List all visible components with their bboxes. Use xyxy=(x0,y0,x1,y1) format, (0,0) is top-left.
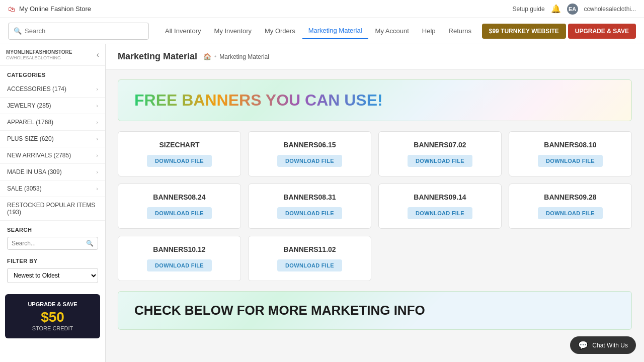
upgrade-banner[interactable]: UPGRADE & SAVE $50 STORE CREDIT xyxy=(5,294,100,338)
bottom-promo-banner: CHECK BELOW FOR MORE MARKETING INFO xyxy=(118,291,632,330)
banner-card-0928: BANNERS09.28 DOWNLOAD FILE xyxy=(509,184,632,229)
upgrade-banner-amount: $50 xyxy=(10,309,95,325)
banner-card-1012: BANNERS10.12 DOWNLOAD FILE xyxy=(118,236,241,281)
category-new-arrivals-label: NEW ARRIVALS (2785) xyxy=(7,152,71,159)
nav-returns[interactable]: Returns xyxy=(443,23,478,39)
categories-section-title: CATEGORIES xyxy=(0,66,105,81)
banner-card-title: BANNERS11.02 xyxy=(257,245,363,253)
search-box[interactable]: 🔍 xyxy=(8,23,149,40)
content-area: FREE BANNERS YOU CAN USE! SIZECHART DOWN… xyxy=(106,69,644,340)
banner-card-0831: BANNERS08.31 DOWNLOAD FILE xyxy=(248,184,371,229)
chevron-right-icon: › xyxy=(96,186,98,192)
nav-bar: 🔍 All Inventory My Inventory My Orders M… xyxy=(0,18,644,44)
banner-card-title: BANNERS09.14 xyxy=(387,193,493,201)
category-jewelry-label: JEWELRY (285) xyxy=(7,102,51,109)
download-button-0810[interactable]: DOWNLOAD FILE xyxy=(538,155,603,167)
chat-icon: 💬 xyxy=(578,340,588,350)
banner-card-title: BANNERS09.28 xyxy=(517,193,623,201)
chevron-right-icon: › xyxy=(96,169,98,175)
main-content: Marketing Material 🏠 • Marketing Materia… xyxy=(106,44,644,362)
category-sale[interactable]: SALE (3053) › xyxy=(0,180,105,197)
category-sale-label: SALE (3053) xyxy=(7,185,42,192)
banner-card-title: BANNERS08.24 xyxy=(126,193,232,201)
upgrade-save-button[interactable]: UPGRADE & SAVE xyxy=(568,24,636,39)
account-label: ccwholesaleclothi... xyxy=(584,6,636,13)
upgrade-banner-title: UPGRADE & SAVE xyxy=(10,301,95,307)
store-name-bar: 🛍 My Online Fashion Store xyxy=(8,5,91,13)
download-button-0824[interactable]: DOWNLOAD FILE xyxy=(147,207,212,219)
banner-card-title: BANNERS07.02 xyxy=(387,141,493,149)
free-banners-text: FREE BANNERS YOU CAN USE! xyxy=(134,91,383,110)
banner-grid: SIZECHART DOWNLOAD FILE BANNERS06.15 DOW… xyxy=(118,131,632,281)
notifications-bell[interactable]: 🔔 xyxy=(551,4,561,14)
filter-select[interactable]: Newest to Oldest Oldest to Newest Price:… xyxy=(7,268,98,283)
download-button-0928[interactable]: DOWNLOAD FILE xyxy=(538,207,603,219)
download-button-1012[interactable]: DOWNLOAD FILE xyxy=(147,259,212,272)
download-button-0702[interactable]: DOWNLOAD FILE xyxy=(408,155,472,167)
nav-links: All Inventory My Inventory My Orders Mar… xyxy=(159,23,477,39)
category-plus-size[interactable]: PLUS SIZE (620) › xyxy=(0,131,105,147)
sidebar-search-input[interactable] xyxy=(12,240,84,247)
banner-card-sizechart: SIZECHART DOWNLOAD FILE xyxy=(118,131,241,176)
upgrade-banner-label: STORE CREDIT xyxy=(10,325,95,331)
download-button-sizechart[interactable]: DOWNLOAD FILE xyxy=(147,155,212,167)
nav-my-orders[interactable]: My Orders xyxy=(259,23,301,39)
layout: MYONLINEFASHIONSTORE CWHOLESALECLOTHING … xyxy=(0,44,644,362)
download-button-0615[interactable]: DOWNLOAD FILE xyxy=(277,155,342,167)
breadcrumb-bar: Marketing Material 🏠 • Marketing Materia… xyxy=(106,44,644,69)
nav-help[interactable]: Help xyxy=(416,23,442,39)
sidebar-search-box[interactable]: 🔍 xyxy=(7,237,98,250)
chat-widget[interactable]: 💬 Chat With Us xyxy=(570,336,636,354)
banner-card-title: BANNERS06.15 xyxy=(257,141,363,149)
category-new-arrivals[interactable]: NEW ARRIVALS (2785) › xyxy=(0,147,105,164)
search-section-title: SEARCH xyxy=(7,227,98,233)
sidebar-toggle[interactable]: ‹ xyxy=(97,50,99,59)
search-icon: 🔍 xyxy=(14,27,22,35)
category-plus-size-label: PLUS SIZE (620) xyxy=(7,135,54,142)
breadcrumb-separator: • xyxy=(214,53,216,60)
banner-card-0914: BANNERS09.14 DOWNLOAD FILE xyxy=(378,184,502,229)
category-apparel[interactable]: APPAREL (1768) › xyxy=(0,114,105,131)
banner-card-0810: BANNERS08.10 DOWNLOAD FILE xyxy=(509,131,632,176)
sidebar-logo: MYONLINEFASHIONSTORE CWHOLESALECLOTHING … xyxy=(0,44,105,66)
download-button-0831[interactable]: DOWNLOAD FILE xyxy=(277,207,342,219)
banner-card-0615: BANNERS06.15 DOWNLOAD FILE xyxy=(248,131,371,176)
chevron-right-icon: › xyxy=(96,119,98,125)
top-bar: 🛍 My Online Fashion Store Setup guide 🔔 … xyxy=(0,0,644,18)
nav-marketing-material[interactable]: Marketing Material xyxy=(302,23,368,39)
category-accessories-label: ACCESSORIES (174) xyxy=(7,85,66,93)
nav-my-inventory[interactable]: My Inventory xyxy=(208,23,258,39)
banner-card-0824: BANNERS08.24 DOWNLOAD FILE xyxy=(118,184,241,229)
chevron-right-icon: › xyxy=(96,103,98,109)
nav-my-account[interactable]: My Account xyxy=(369,23,415,39)
banner-card-title: BANNERS08.10 xyxy=(517,141,623,149)
download-button-1102[interactable]: DOWNLOAD FILE xyxy=(277,259,342,272)
store-name-label: My Online Fashion Store xyxy=(19,5,91,13)
logo-line1: MYONLINEFASHIONSTORE xyxy=(6,49,72,55)
banner-card-1102: BANNERS11.02 DOWNLOAD FILE xyxy=(248,236,371,281)
category-jewelry[interactable]: JEWELRY (285) › xyxy=(0,98,105,114)
filter-section: FILTER BY Newest to Oldest Oldest to New… xyxy=(0,253,105,288)
turnkey-button[interactable]: $99 TURNKEY WEBSITE xyxy=(482,24,566,39)
sidebar-search-icon[interactable]: 🔍 xyxy=(86,240,94,247)
breadcrumb-current: Marketing Material xyxy=(219,53,269,60)
banner-card-0702: BANNERS07.02 DOWNLOAD FILE xyxy=(378,131,502,176)
category-made-in-usa[interactable]: MADE IN USA (309) › xyxy=(0,164,105,180)
sidebar: MYONLINEFASHIONSTORE CWHOLESALECLOTHING … xyxy=(0,44,106,362)
logo-text: MYONLINEFASHIONSTORE CWHOLESALECLOTHING xyxy=(6,49,72,60)
search-input[interactable] xyxy=(25,27,143,35)
setup-guide-link[interactable]: Setup guide xyxy=(513,6,545,13)
category-apparel-label: APPAREL (1768) xyxy=(7,119,53,126)
download-button-0914[interactable]: DOWNLOAD FILE xyxy=(408,207,472,219)
chevron-right-icon: › xyxy=(96,86,98,92)
category-accessories[interactable]: ACCESSORIES (174) › xyxy=(0,81,105,98)
logo-line2: CWHOLESALECLOTHING xyxy=(6,55,72,60)
chevron-right-icon: › xyxy=(96,152,98,158)
banner-card-title: SIZECHART xyxy=(126,141,232,149)
avatar[interactable]: EA xyxy=(567,4,578,15)
sidebar-search-section: SEARCH 🔍 xyxy=(0,221,105,253)
page-title: Marketing Material xyxy=(118,51,197,62)
home-icon[interactable]: 🏠 xyxy=(203,53,211,60)
category-restocked[interactable]: RESTOCKED POPULAR ITEMS (193) xyxy=(0,197,105,221)
nav-all-inventory[interactable]: All Inventory xyxy=(159,23,207,39)
